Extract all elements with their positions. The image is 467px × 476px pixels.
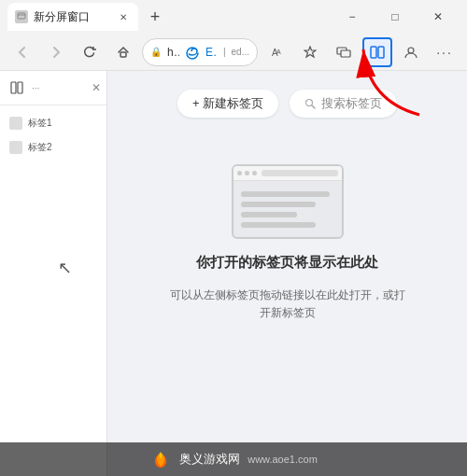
list-item[interactable]: 标签1: [6, 113, 101, 133]
new-tab-action-button[interactable]: + 新建标签页: [177, 90, 278, 118]
profile-button[interactable]: [396, 37, 426, 67]
empty-state-description: 可以从左侧标签页拖动链接以在此处打开，或打开新标签页: [166, 287, 409, 322]
address-suffix: ed...: [232, 47, 249, 57]
sidebar-panel: ··· ✕ 标签1 标签2 ↖: [0, 71, 107, 476]
browser-body: ··· ✕ 标签1 标签2 ↖ + 新建标签页 搜索标签页: [0, 71, 467, 476]
edge-logo: [185, 45, 200, 60]
title-bar: 新分屏窗口 ✕ + − □ ✕: [0, 0, 467, 34]
empty-state: 你打开的标签页将显示在此处 可以从左侧标签页拖动链接以在此处打开，或打开新标签页: [166, 164, 409, 322]
watermark-bar: 奥义游戏网 www.aoe1.com: [0, 442, 467, 476]
tab-close-button[interactable]: ✕: [116, 9, 131, 24]
sidebar-item-label: 标签2: [28, 141, 52, 154]
svg-rect-6: [341, 50, 350, 57]
main-top-bar: + 新建标签页 搜索标签页: [126, 90, 448, 118]
search-tabs-label: 搜索标签页: [321, 95, 382, 112]
watermark-url: www.aoe1.com: [248, 454, 318, 465]
svg-rect-8: [378, 47, 384, 58]
sidebar-header: ··· ✕: [0, 71, 106, 105]
favorites-button[interactable]: [295, 37, 325, 67]
minimize-button[interactable]: −: [331, 2, 374, 32]
tab-sync-button[interactable]: [329, 37, 359, 67]
svg-rect-12: [18, 82, 22, 93]
split-view-button[interactable]: [362, 37, 392, 67]
new-tab-button-titlebar[interactable]: +: [142, 4, 168, 30]
read-aloud-button[interactable]: AA: [262, 37, 291, 67]
sidebar-item-label: 标签1: [28, 117, 52, 130]
sidebar-expand-button[interactable]: [6, 77, 28, 99]
svg-point-13: [306, 100, 313, 106]
svg-rect-7: [371, 47, 376, 58]
main-content-area: + 新建标签页 搜索标签页: [107, 71, 467, 476]
svg-rect-0: [18, 13, 25, 19]
close-button[interactable]: ✕: [417, 2, 460, 32]
active-tab[interactable]: 新分屏窗口 ✕: [7, 3, 138, 31]
list-item[interactable]: 标签2: [6, 137, 101, 158]
sidebar-content: 标签1 标签2: [0, 105, 106, 476]
sidebar-close-button[interactable]: ✕: [92, 81, 101, 94]
edge-label: Edge: [205, 46, 218, 59]
svg-point-9: [408, 48, 414, 53]
toolbar: 🔒 h... Edge | ed... AA ···: [0, 34, 467, 71]
favicon-icon: [9, 141, 22, 154]
watermark-logo-icon: [149, 448, 172, 470]
address-bar[interactable]: 🔒 h... Edge | ed...: [142, 38, 258, 66]
search-tabs-button[interactable]: 搜索标签页: [290, 90, 397, 118]
tab-favicon: [15, 10, 28, 23]
address-text: h...: [167, 46, 179, 59]
more-button[interactable]: ···: [430, 37, 460, 67]
svg-rect-2: [120, 52, 126, 57]
tab-title: 新分屏窗口: [34, 9, 110, 25]
refresh-button[interactable]: [75, 37, 105, 67]
svg-text:A: A: [276, 49, 281, 55]
favicon-icon: [9, 117, 22, 130]
separator: |: [223, 47, 226, 57]
window-controls: − □ ✕: [331, 2, 460, 32]
watermark-site-name: 奥义游戏网: [179, 451, 240, 468]
sidebar-tab-label: ···: [32, 83, 88, 93]
tab-area: 新分屏窗口 ✕ +: [7, 3, 325, 31]
browser-illustration: [232, 164, 344, 239]
maximize-button[interactable]: □: [374, 2, 417, 32]
back-button[interactable]: [7, 37, 37, 67]
home-button[interactable]: [108, 37, 138, 67]
lock-icon: 🔒: [150, 47, 162, 57]
svg-rect-11: [11, 82, 16, 93]
forward-button[interactable]: [41, 37, 71, 67]
empty-state-title: 你打开的标签页将显示在此处: [196, 254, 378, 272]
svg-line-14: [312, 105, 315, 108]
